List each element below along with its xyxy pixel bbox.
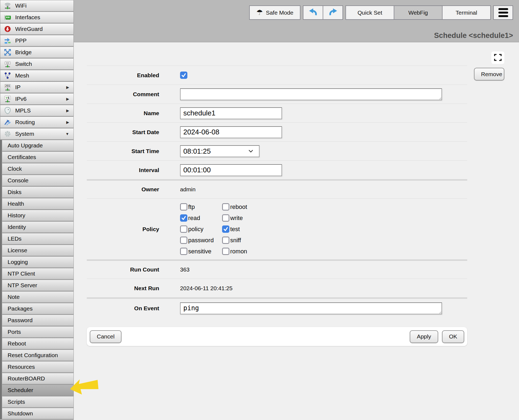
sidebar-subitem-scheduler[interactable]: Scheduler <box>2 385 74 396</box>
policy-checkbox-romon[interactable] <box>222 248 229 255</box>
sidebar-item-label: System <box>15 131 34 137</box>
sidebar-subitem-ntp-client[interactable]: NTP Client <box>2 268 74 279</box>
sidebar-subitem-routerboard[interactable]: RouterBOARD <box>2 373 74 384</box>
sidebar-item-switch[interactable]: Switch <box>0 58 74 70</box>
wifi-icon <box>3 2 12 10</box>
sidebar-subitem-password[interactable]: Password <box>2 315 74 326</box>
policy-checkbox-password[interactable] <box>180 237 187 244</box>
sidebar-subitem-reset-configuration[interactable]: Reset Configuration <box>2 350 74 361</box>
annotation-arrow-pointer <box>69 378 99 396</box>
start-time-select[interactable]: 08:01:25 <box>180 145 260 157</box>
policy-option-label: sniff <box>230 237 241 244</box>
sidebar-item-ppp[interactable]: PPP <box>0 35 74 46</box>
sidebar-subitem-health[interactable]: Health <box>2 198 74 209</box>
sidebar-subitem-disks[interactable]: Disks <box>2 186 74 198</box>
sidebar-item-label: IP <box>15 84 21 91</box>
tab-terminal[interactable]: Terminal <box>442 5 491 20</box>
on-event-input[interactable]: ping <box>180 302 442 314</box>
sidebar-subitem-console[interactable]: Console <box>2 175 74 186</box>
sidebar-subitem-auto-upgrade[interactable]: Auto Upgrade <box>2 140 74 151</box>
name-label: Name <box>87 110 159 117</box>
header-bar: ☂ Safe Mode Quick Set WebFig Terminal Sc… <box>74 0 519 42</box>
redo-icon <box>328 8 338 17</box>
sidebar-item-wifi[interactable]: WiFi <box>0 0 74 11</box>
name-input[interactable] <box>180 107 282 119</box>
policy-option-read: read <box>180 212 222 224</box>
tab-quick-set[interactable]: Quick Set <box>345 5 394 20</box>
policy-option-reboot: reboot <box>222 201 247 212</box>
switch-icon <box>3 60 12 68</box>
sidebar-subitem-note[interactable]: Note <box>2 291 74 303</box>
apply-button[interactable]: Apply <box>410 330 438 343</box>
sidebar-subitem-packages[interactable]: Packages <box>2 303 74 314</box>
sidebar-item-wireguard[interactable]: WireGuard <box>0 23 74 35</box>
sidebar-item-label: Bridge <box>15 49 32 56</box>
policy-checkbox-policy[interactable] <box>180 225 187 233</box>
sidebar-subitem-ntp-server[interactable]: NTP Server <box>2 280 74 291</box>
schedule-form: Enabled Comment Name Start Date Start Ti… <box>87 66 467 318</box>
start-time-label: Start Time <box>87 148 159 154</box>
sidebar-subitem-shutdown[interactable]: Shutdown <box>2 408 74 419</box>
sidebar-item-ip[interactable]: 255IP▶ <box>0 82 74 93</box>
undo-icon <box>309 8 318 17</box>
sidebar-item-mesh[interactable]: Mesh <box>0 70 74 81</box>
sidebar-item-label: WireGuard <box>15 26 43 32</box>
name-row: Name <box>87 104 467 122</box>
policy-option-label: password <box>188 237 214 244</box>
sidebar-item-label: IPv6 <box>15 96 27 102</box>
policy-checkbox-reboot[interactable] <box>222 203 229 211</box>
policy-checkbox-ftp[interactable] <box>180 203 187 211</box>
sidebar-subitem-clock[interactable]: Clock <box>2 163 74 175</box>
sidebar-item-mpls[interactable]: MPLS▶ <box>0 105 74 116</box>
sidebar-subitem-history[interactable]: History <box>2 210 74 221</box>
sidebar-item-system[interactable]: System▼ <box>0 128 74 140</box>
interfaces-icon <box>3 13 12 21</box>
run-count-value: 363 <box>180 266 190 273</box>
start-date-input[interactable] <box>180 126 282 138</box>
policy-checkbox-write[interactable] <box>222 214 229 222</box>
start-date-row: Start Date <box>87 122 467 141</box>
redo-button[interactable] <box>323 5 343 20</box>
menu-button[interactable] <box>493 5 513 20</box>
sidebar-subitem-logging[interactable]: Logging <box>2 256 74 268</box>
policy-checkbox-sniff[interactable] <box>222 237 229 244</box>
comment-row: Comment <box>87 85 467 104</box>
hamburger-icon <box>498 8 508 10</box>
sidebar-subitem-ports[interactable]: Ports <box>2 326 74 338</box>
sidebar-subitem-leds[interactable]: LEDs <box>2 233 74 244</box>
ok-button[interactable]: OK <box>442 330 464 343</box>
safe-mode-button[interactable]: ☂ Safe Mode <box>249 5 300 20</box>
ip-icon: 255 <box>3 83 12 91</box>
enabled-row: Enabled <box>87 66 467 85</box>
policy-checkbox-read[interactable] <box>180 214 187 222</box>
policy-option-label: ftp <box>188 203 195 211</box>
mesh-icon <box>3 72 12 80</box>
sidebar-subitem-identity[interactable]: Identity <box>2 221 74 233</box>
enabled-checkbox[interactable] <box>180 72 187 79</box>
sidebar-subitem-certificates[interactable]: Certificates <box>2 151 74 163</box>
policy-checkbox-test[interactable] <box>222 225 229 233</box>
sidebar-subitem-resources[interactable]: Resources <box>2 361 74 373</box>
sidebar-item-label: MPLS <box>15 107 31 114</box>
sidebar-item-ipv6[interactable]: v6IPv6▶ <box>0 93 74 105</box>
sidebar-item-label: WiFi <box>15 2 27 9</box>
sidebar-item-routing[interactable]: Routing▶ <box>0 117 74 128</box>
fullscreen-button[interactable] <box>491 51 504 64</box>
sidebar-item-bridge[interactable]: Bridge <box>0 47 74 58</box>
remove-button[interactable]: Remove <box>474 68 504 80</box>
undo-button[interactable] <box>303 5 323 20</box>
sidebar-subitem-license[interactable]: License <box>2 245 74 256</box>
comment-input[interactable] <box>180 88 442 100</box>
sidebar-item-label: PPP <box>15 37 27 44</box>
tab-webfig[interactable]: WebFig <box>394 5 443 20</box>
interval-row: Interval <box>87 160 467 179</box>
policy-grid: ftprebootreadwritepolicytestpasswordsnif… <box>180 199 247 260</box>
policy-option-password: password <box>180 235 222 246</box>
sidebar-subitem-scripts[interactable]: Scripts <box>2 396 74 408</box>
sidebar-item-interfaces[interactable]: Interfaces <box>0 12 74 23</box>
policy-checkbox-sensitive[interactable] <box>180 248 187 255</box>
interval-input[interactable] <box>180 164 282 176</box>
policy-option-policy: policy <box>180 224 222 235</box>
cancel-button[interactable]: Cancel <box>90 330 121 343</box>
sidebar-subitem-reboot[interactable]: Reboot <box>2 338 74 349</box>
